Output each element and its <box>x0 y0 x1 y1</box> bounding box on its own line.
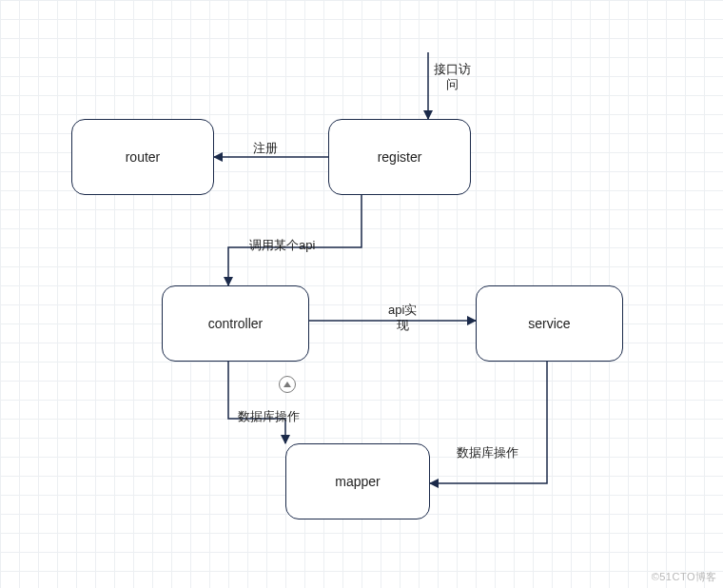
edge-controller-to-mapper <box>228 362 285 443</box>
node-controller[interactable]: controller <box>162 285 309 362</box>
node-register[interactable]: register <box>328 119 471 195</box>
label-controller-to-service: api实 现 <box>388 303 417 332</box>
node-register-label: register <box>378 149 422 165</box>
edge-service-to-mapper <box>430 362 547 483</box>
label-service-to-mapper: 数据库操作 <box>457 445 518 461</box>
label-entry-to-register: 接口访 问 <box>434 62 471 91</box>
node-controller-label: controller <box>208 316 264 331</box>
node-mapper-label: mapper <box>335 474 380 489</box>
label-controller-to-mapper: 数据库操作 <box>238 409 300 424</box>
watermark: ©51CTO博客 <box>652 570 717 584</box>
label-register-to-controller: 调用某个api <box>249 238 315 253</box>
node-mapper[interactable]: mapper <box>285 443 430 519</box>
collapse-up-icon[interactable] <box>279 376 296 393</box>
node-service-label: service <box>528 316 570 331</box>
label-register-to-router: 注册 <box>253 141 278 156</box>
node-router-label: router <box>126 149 161 165</box>
node-service[interactable]: service <box>476 285 623 362</box>
node-router[interactable]: router <box>71 119 214 195</box>
